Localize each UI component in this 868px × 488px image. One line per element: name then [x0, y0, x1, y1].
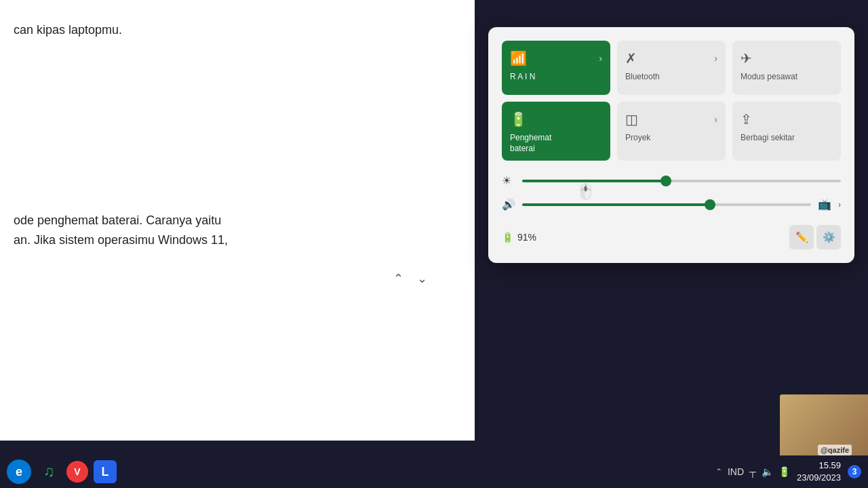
bg-text-1: can kipas laptopmu.: [14, 20, 461, 40]
taskbar-edge-icon[interactable]: e: [7, 460, 31, 484]
bg-text-3: an. Jika sistem operasimu Windows 11,: [14, 230, 461, 250]
scroll-down-arrow[interactable]: ⌄: [417, 271, 427, 286]
bluetooth-label: Bluetooth: [625, 72, 660, 83]
bluetooth-icon: ✗: [625, 50, 637, 66]
taskbar-right: ⌃ IND ┬ 🔈 🔋 15.59 23/09/2023 3: [715, 460, 861, 484]
tile-airplane[interactable]: ✈ Modus pesawat: [732, 41, 841, 95]
battery-saver-label: Penghematbaterai: [510, 133, 551, 154]
airplane-label: Modus pesawat: [741, 72, 797, 83]
volume-slider[interactable]: [522, 203, 811, 206]
scroll-arrows: ⌃ ⌄: [387, 268, 434, 289]
volume-tray-icon[interactable]: 🔈: [762, 466, 773, 477]
background-content: can kipas laptopmu. ode penghemat batera…: [0, 0, 475, 441]
time-display: 15.59: [797, 460, 841, 472]
wifi-tray-icon[interactable]: ┬: [749, 466, 756, 477]
tile-battery-saver[interactable]: 🔋 Penghematbaterai: [502, 102, 610, 161]
brightness-slider[interactable]: [522, 180, 841, 182]
volume-thumb[interactable]: [705, 199, 715, 210]
brightness-slider-row: ☀: [502, 174, 841, 187]
battery-saver-icon: 🔋: [510, 111, 527, 127]
quick-settings-panel: 📶 › R A I N ✗ › Bluetooth ✈ Modus pesawa…: [488, 27, 854, 263]
wifi-label: R A I N: [510, 72, 535, 83]
taskbar-apps: e ♫ V L: [7, 460, 117, 484]
volume-slider-row: 🔊 📺 ›: [502, 198, 841, 211]
battery-percent: 91%: [517, 232, 536, 243]
date-display: 23/09/2023: [797, 472, 841, 484]
taskbar-vivaldi-icon[interactable]: V: [66, 461, 88, 483]
volume-chevron-icon[interactable]: ›: [838, 200, 841, 209]
battery-tray-icon[interactable]: 🔋: [778, 466, 790, 477]
edit-button[interactable]: ✏️: [789, 225, 814, 249]
volume-icon: 🔊: [502, 198, 515, 211]
clock[interactable]: 15.59 23/09/2023: [797, 460, 841, 484]
battery-icon: 🔋: [502, 232, 513, 243]
share-label: Berbagi sekitar: [741, 133, 795, 144]
project-arrow-icon[interactable]: ›: [714, 114, 717, 125]
brightness-icon: ☀: [502, 174, 515, 187]
tile-project[interactable]: ◫ › Proyek: [617, 102, 726, 161]
battery-row: 🔋 91% ✏️ ⚙️: [502, 222, 841, 249]
bg-text-2: ode penghemat baterai. Caranya yaitu: [14, 211, 461, 230]
taskbar-spotify-icon[interactable]: ♫: [37, 460, 61, 484]
settings-button[interactable]: ⚙️: [816, 225, 841, 249]
tile-wifi[interactable]: 📶 › R A I N: [502, 41, 610, 95]
wifi-arrow-icon[interactable]: ›: [599, 53, 602, 64]
wifi-icon: 📶: [510, 50, 527, 66]
tiles-grid: 📶 › R A I N ✗ › Bluetooth ✈ Modus pesawa…: [502, 41, 841, 161]
taskbar-lasso-icon[interactable]: L: [94, 460, 117, 483]
brightness-thumb[interactable]: [660, 176, 671, 186]
language-indicator[interactable]: IND: [728, 466, 744, 477]
notification-badge[interactable]: 3: [848, 465, 861, 479]
share-icon: ⇪: [741, 111, 752, 127]
bluetooth-arrow-icon[interactable]: ›: [714, 53, 717, 64]
scroll-up-arrow[interactable]: ⌃: [393, 271, 403, 286]
taskbar: e ♫ V L ⌃ IND ┬ 🔈 🔋 15.59 23/09/2023 3: [0, 455, 868, 488]
battery-info: 🔋 91%: [502, 232, 536, 243]
project-icon: ◫: [625, 111, 638, 127]
tile-share[interactable]: ⇪ Berbagi sekitar: [732, 102, 841, 161]
system-tray: ⌃ IND ┬ 🔈 🔋: [715, 466, 790, 477]
tray-expand-icon[interactable]: ⌃: [715, 467, 722, 476]
tile-bluetooth[interactable]: ✗ › Bluetooth: [617, 41, 726, 95]
airplane-icon: ✈: [741, 50, 752, 66]
action-icons: ✏️ ⚙️: [789, 225, 841, 249]
volume-fill: [522, 203, 710, 206]
username-label: @qazife: [818, 445, 852, 455]
volume-device-icon[interactable]: 📺: [818, 198, 831, 211]
project-label: Proyek: [625, 133, 650, 144]
brightness-fill: [522, 180, 666, 182]
